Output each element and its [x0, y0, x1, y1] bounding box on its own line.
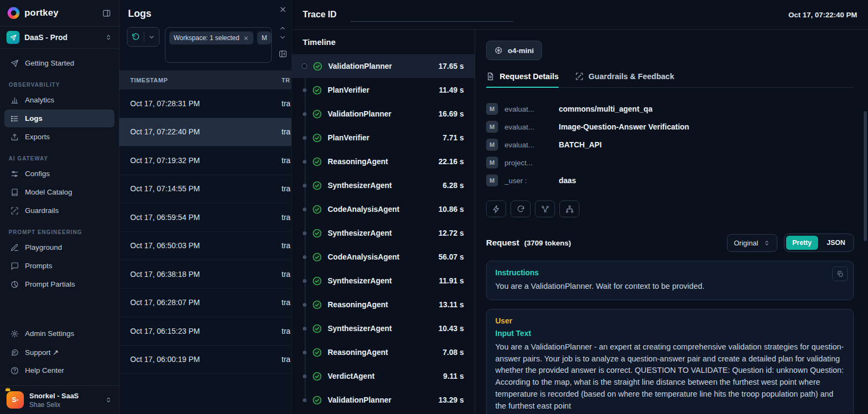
check-circle-icon [312, 252, 322, 262]
chevron-up-icon[interactable] [279, 24, 286, 32]
metadata-row-project: M project... [486, 157, 822, 169]
log-row-oct-17-06-28-07-pm[interactable]: Oct 17, 06:28:07 PM tra [119, 289, 291, 318]
refresh-button[interactable] [127, 27, 159, 47]
span-name: PlanVerifier [328, 86, 430, 94]
sidebar-item-support[interactable]: Support ↗ [4, 343, 114, 361]
close-icon[interactable] [279, 5, 287, 14]
json-button[interactable]: JSON [820, 236, 852, 250]
timeline-item-codeanalysisagent[interactable]: CodeAnalysisAgent 10.86 s [292, 197, 475, 221]
sidebar-item-exports[interactable]: Exports [4, 128, 114, 146]
section-label-observability: OBSERVABILITY [9, 82, 110, 88]
log-row-oct-17-06-00-19-pm[interactable]: Oct 17, 06:00:19 PM tra [119, 346, 291, 374]
timeline-item-planverifier[interactable]: PlanVerifier 11.49 s [292, 78, 475, 102]
sidebar-item-analytics[interactable]: Analytics [4, 91, 114, 109]
timeline-node [303, 255, 307, 259]
request-section-header: Request (3709 tokens) Original Pretty JS… [486, 234, 854, 252]
sidebar-item-configs[interactable]: Configs [4, 165, 114, 183]
log-timestamp: Oct 17, 06:38:18 PM [130, 270, 275, 279]
span-name: SynthesizerAgent [328, 276, 430, 285]
timeline-item-validationplanner[interactable]: ValidationPlanner 13.29 s [292, 388, 475, 412]
timeline-item-validationplanner[interactable]: ValidationPlanner 16.69 s [292, 102, 475, 126]
tab-request-details[interactable]: Request Details [486, 72, 559, 87]
log-row-oct-17-07-22-40-pm[interactable]: Oct 17, 07:22:40 PM tra [119, 118, 291, 147]
span-name: ReasoningAgent [328, 300, 430, 309]
log-trace-id: tra [275, 298, 291, 307]
chevron-down-icon[interactable] [279, 34, 286, 41]
span-duration: 17.65 s [438, 62, 464, 70]
log-row-oct-17-07-19-32-pm[interactable]: Oct 17, 07:19:32 PM tra [119, 146, 291, 175]
timeline-item-reasoningagent[interactable]: ReasoningAgent 13.11 s [292, 293, 475, 316]
sidebar-item-label: Analytics [25, 96, 54, 104]
sidebar-item-help-center[interactable]: Help Center [4, 361, 114, 379]
metadata-badge: M [486, 121, 498, 133]
user-name: Shae Selix [29, 401, 79, 409]
trace-id-input[interactable] [350, 8, 513, 22]
log-row-oct-17-06-50-03-pm[interactable]: Oct 17, 06:50:03 PM tra [119, 232, 291, 261]
filter-chip-label: Workspace: 1 selected [174, 34, 239, 42]
action-button-nodes[interactable] [535, 200, 555, 217]
sidebar-item-getting-started[interactable]: Getting Started [4, 54, 114, 72]
check-circle-icon [312, 347, 322, 358]
view-select[interactable]: Original [727, 234, 777, 252]
workspace-selector[interactable]: DaaS - Prod [7, 31, 112, 44]
timeline-item-synthesizeragent[interactable]: SynthesizerAgent 12.72 s [292, 221, 475, 245]
action-button-zap[interactable] [486, 200, 506, 217]
sidebar-item-playground[interactable]: Playground [4, 238, 114, 256]
sidebar-item-label: Guardrails [25, 206, 59, 215]
sidebar: portkey DaaS - Prod Getting Started OBSE… [0, 0, 119, 414]
close-icon[interactable] [243, 35, 249, 41]
action-button-tree[interactable] [559, 200, 579, 217]
span-duration: 13.11 s [439, 300, 464, 309]
tab-guardrails-feedback[interactable]: Guardrails & Feedback [575, 72, 674, 87]
span-duration: 16.69 s [438, 109, 464, 118]
timeline-item-synthesizeragent[interactable]: SynthesizerAgent 10.43 s [292, 316, 475, 340]
log-row-oct-17-07-28-31-pm[interactable]: Oct 17, 07:28:31 PM tra [119, 89, 291, 118]
user-org: Snorkel - SaaS [29, 392, 79, 400]
log-timestamp: Oct 17, 06:50:03 PM [130, 241, 275, 250]
paper-plane-icon [10, 59, 19, 68]
sidebar-item-admin-settings[interactable]: Admin Settings [4, 325, 114, 342]
column-header-timestamp[interactable]: TIMESTAMP [130, 77, 275, 83]
sidebar-item-guardrails[interactable]: Guardrails [4, 202, 114, 219]
panel-collapse-left-icon[interactable] [278, 49, 288, 59]
log-trace-id: tra [275, 127, 291, 136]
workspace-filter-chip[interactable]: Workspace: 1 selected [169, 31, 253, 44]
timeline-item-reasoningagent[interactable]: ReasoningAgent 7.08 s [292, 340, 475, 364]
document-icon [486, 72, 495, 81]
copy-button[interactable] [832, 267, 848, 281]
action-button-retry[interactable] [510, 200, 531, 217]
avatar-initials: S- [12, 396, 18, 404]
pretty-button[interactable]: Pretty [786, 236, 818, 250]
column-header-trace[interactable]: TR [275, 77, 291, 83]
metadata-row-evaluat: M evaluat... Image-Question-Answer Verif… [486, 121, 822, 133]
chevron-down-icon[interactable] [148, 34, 155, 41]
sidebar-item-model-catalog[interactable]: Model Catalog [4, 183, 114, 201]
sidebar-item-prompts[interactable]: Prompts [4, 257, 114, 275]
sidebar-collapse-icon[interactable] [102, 9, 111, 18]
timeline-item-synthesizeragent[interactable]: SynthesizerAgent 6.28 s [292, 173, 475, 197]
scrollbar-thumb[interactable] [864, 111, 867, 241]
check-circle-icon [312, 61, 323, 72]
log-row-oct-17-06-38-18-pm[interactable]: Oct 17, 06:38:18 PM tra [119, 260, 291, 289]
timeline-node [302, 63, 307, 69]
filter-chip-clipped[interactable]: M [257, 31, 271, 44]
log-row-oct-17-07-14-55-pm[interactable]: Oct 17, 07:14:55 PM tra [119, 175, 291, 204]
timeline-item-synthesizeragent[interactable]: SynthesizerAgent 11.91 s [292, 269, 475, 293]
model-chip[interactable]: o4-mini [486, 41, 542, 60]
timeline-item-planverifier[interactable]: PlanVerifier 7.71 s [292, 126, 475, 150]
chevron-up-down-icon [763, 240, 770, 247]
user-menu[interactable]: S- Snorkel - SaaS Shae Selix [0, 385, 119, 414]
log-row-oct-17-06-59-54-pm[interactable]: Oct 17, 06:59:54 PM tra [119, 203, 291, 232]
sidebar-item-logs[interactable]: Logs [4, 109, 114, 127]
filter-box[interactable]: Workspace: 1 selected M [165, 27, 272, 63]
timeline-node [303, 160, 307, 164]
timeline-item-reasoningagent[interactable]: ReasoningAgent 22.16 s [292, 150, 475, 173]
metadata-badge: M [486, 157, 498, 169]
log-row-oct-17-06-15-23-pm[interactable]: Oct 17, 06:15:23 PM tra [119, 317, 291, 346]
logs-icon [10, 114, 19, 123]
timeline-item-verdictagent[interactable]: VerdictAgent 9.11 s [292, 364, 475, 388]
sidebar-item-prompt-partials[interactable]: Prompt Partials [4, 275, 114, 293]
timeline-item-validationplanner[interactable]: ValidationPlanner 17.65 s [292, 54, 475, 78]
span-name: PlanVerifier [328, 133, 434, 142]
timeline-item-codeanalysisagent[interactable]: CodeAnalysisAgent 56.07 s [292, 245, 475, 269]
